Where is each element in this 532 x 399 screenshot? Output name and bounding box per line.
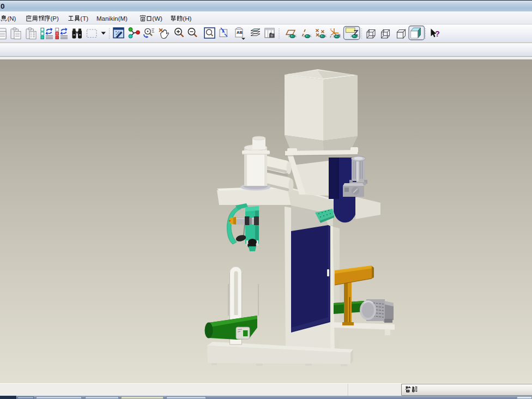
svg-text:y: y — [330, 27, 332, 31]
svg-text:?: ? — [435, 29, 440, 38]
svg-text:AB: AB — [237, 30, 243, 35]
svg-text:(N): (N) — [7, 15, 16, 22]
svg-text:(W): (W) — [152, 15, 162, 22]
svg-text:(H): (H) — [183, 15, 191, 22]
svg-text:z: z — [330, 35, 331, 38]
svg-text:(P): (P) — [51, 15, 59, 22]
svg-text:Manikin(M): Manikin(M) — [96, 15, 128, 22]
svg-text:(T): (T) — [80, 15, 88, 22]
